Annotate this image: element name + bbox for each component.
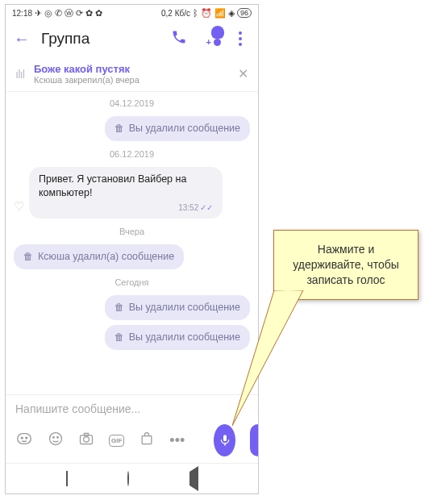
sticker-button[interactable] bbox=[15, 430, 33, 452]
status-bar: 12:18 ✈ ◎ ✆ ⓦ ⟳ ✿ ✿ 0,2 Кб/с ᛒ ⏰ 📶 ◈ 96 bbox=[6, 5, 258, 21]
date-separator: 04.12.2019 bbox=[14, 98, 250, 108]
message-input-bar bbox=[6, 394, 258, 419]
callout-text: Нажмите и удерживайте, чтобы записать го… bbox=[293, 243, 399, 286]
svg-rect-10 bbox=[223, 435, 227, 441]
gif-button[interactable]: GIF bbox=[109, 435, 124, 447]
instagram-icon: ◎ bbox=[44, 9, 52, 18]
deleted-message[interactable]: 🗑 Ксюша удалил(а) сообщение bbox=[14, 244, 184, 269]
battery-indicator: 96 bbox=[237, 8, 252, 18]
android-nav-bar bbox=[6, 463, 258, 494]
svg-rect-0 bbox=[18, 433, 31, 444]
chat-header: ← Группа + bbox=[6, 21, 258, 56]
telegram-icon: ✈ bbox=[35, 9, 42, 18]
deleted-text: Вы удалили сообщение bbox=[129, 331, 240, 344]
bluetooth-icon: ᛒ bbox=[193, 9, 198, 18]
back-button[interactable]: ← bbox=[14, 30, 30, 48]
deleted-message[interactable]: 🗑 Вы удалили сообщение bbox=[105, 325, 250, 350]
pinned-subtitle: Ксюша закрепил(а) вчера bbox=[34, 75, 228, 85]
vk-icon: ⓦ bbox=[65, 9, 73, 18]
camera-button[interactable] bbox=[78, 431, 94, 451]
gear-icon: ✿ bbox=[85, 9, 93, 18]
call-button[interactable] bbox=[169, 29, 189, 49]
phone-screen: 12:18 ✈ ◎ ✆ ⓦ ⟳ ✿ ✿ 0,2 Кб/с ᛒ ⏰ 📶 ◈ 96 … bbox=[5, 4, 259, 494]
callout-pointer bbox=[232, 290, 337, 427]
deleted-message[interactable]: 🗑 Вы удалили сообщение bbox=[105, 116, 250, 141]
close-pinned-button[interactable]: ✕ bbox=[238, 66, 248, 81]
svg-point-1 bbox=[21, 437, 23, 439]
trash-icon: 🗑 bbox=[114, 122, 124, 135]
gear-icon-2: ✿ bbox=[95, 9, 102, 18]
chat-area[interactable]: 04.12.2019 🗑 Вы удалили сообщение 06.12.… bbox=[6, 92, 258, 394]
wifi-icon: ◈ bbox=[228, 9, 235, 18]
nav-home-button[interactable] bbox=[127, 472, 129, 485]
svg-marker-12 bbox=[232, 290, 303, 426]
voice-record-button[interactable] bbox=[214, 424, 235, 456]
date-separator: 06.12.2019 bbox=[14, 149, 250, 159]
svg-point-3 bbox=[50, 432, 62, 444]
read-tick-icon: ✓✓ bbox=[200, 203, 213, 212]
deleted-message[interactable]: 🗑 Вы удалили сообщение bbox=[105, 295, 250, 320]
trash-icon: 🗑 bbox=[23, 250, 33, 263]
sync-icon: ⟳ bbox=[76, 9, 83, 18]
deleted-text: Ксюша удалил(а) сообщение bbox=[38, 250, 174, 264]
nav-recent-button[interactable] bbox=[66, 472, 68, 485]
svg-point-5 bbox=[57, 436, 59, 438]
status-time: 12:18 bbox=[12, 9, 32, 18]
trash-icon: 🗑 bbox=[114, 331, 124, 344]
pinned-title: Боже какой пустяк bbox=[34, 63, 228, 75]
svg-point-2 bbox=[26, 437, 27, 439]
svg-point-7 bbox=[84, 436, 90, 442]
audio-wave-icon: ılıl bbox=[15, 67, 24, 81]
shop-button[interactable] bbox=[139, 431, 155, 451]
svg-rect-9 bbox=[143, 435, 152, 444]
deleted-text: Вы удалили сообщение bbox=[129, 301, 240, 314]
net-speed: 0,2 Кб/с bbox=[161, 9, 190, 18]
emoji-button[interactable] bbox=[48, 431, 64, 451]
tooltip-callout: Нажмите и удерживайте, чтобы записать го… bbox=[273, 230, 418, 300]
attachment-row: GIF ••• bbox=[6, 419, 258, 463]
trash-icon: 🗑 bbox=[114, 301, 124, 314]
whatsapp-icon: ✆ bbox=[55, 9, 62, 18]
send-edge-button[interactable] bbox=[250, 424, 258, 456]
nav-back-button[interactable] bbox=[189, 472, 198, 485]
more-button[interactable]: ••• bbox=[169, 432, 185, 449]
chat-title[interactable]: Группа bbox=[41, 30, 158, 48]
message-text: Привет. Я установил Вайбер на компьютер! bbox=[39, 173, 186, 198]
incoming-message[interactable]: Привет. Я установил Вайбер на компьютер!… bbox=[29, 167, 223, 219]
pinned-message[interactable]: ılıl Боже какой пустяк Ксюша закрепил(а)… bbox=[6, 56, 258, 92]
signal-icon: 📶 bbox=[214, 9, 226, 18]
date-separator: Сегодня bbox=[14, 277, 250, 287]
deleted-text: Вы удалили сообщение bbox=[129, 122, 240, 135]
message-time: 13:52 bbox=[178, 203, 198, 212]
svg-rect-8 bbox=[85, 433, 89, 435]
alarm-icon: ⏰ bbox=[201, 9, 212, 18]
message-input[interactable] bbox=[15, 402, 248, 415]
date-separator: Вчера bbox=[14, 227, 250, 236]
like-button[interactable]: ♡ bbox=[14, 199, 24, 214]
svg-point-4 bbox=[53, 436, 55, 438]
menu-button[interactable] bbox=[231, 31, 250, 46]
